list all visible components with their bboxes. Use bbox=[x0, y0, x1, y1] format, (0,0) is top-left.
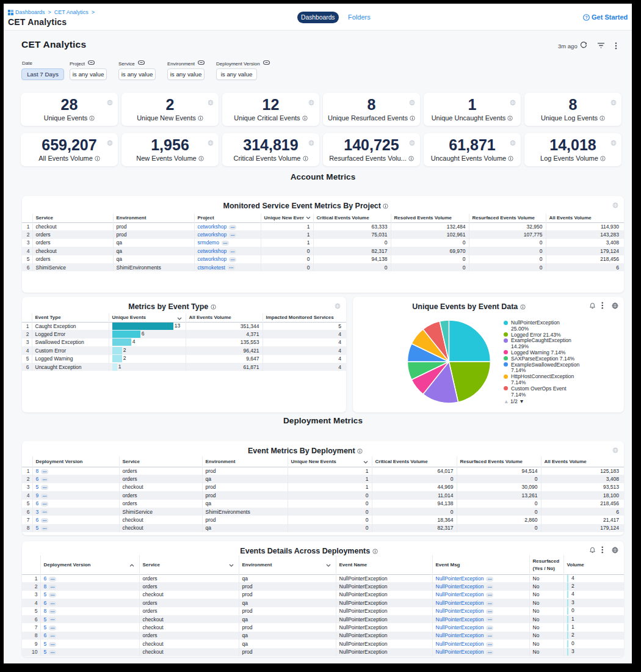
svg-text:?: ? bbox=[585, 15, 587, 20]
